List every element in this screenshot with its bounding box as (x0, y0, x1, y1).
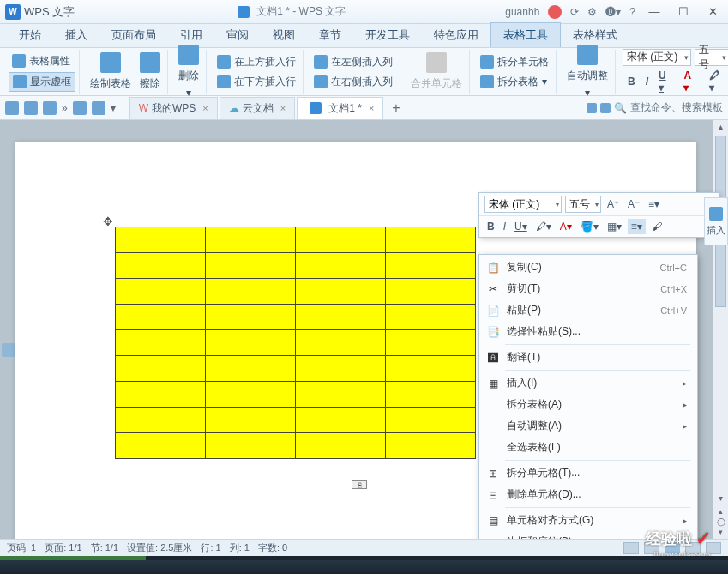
tab-feature[interactable]: 特色应用 (422, 23, 490, 47)
view-btn-1[interactable] (623, 542, 639, 554)
delete-button[interactable]: 删除▾ (175, 43, 202, 100)
ctx-copy[interactable]: 📋复制(C)Ctrl+C (479, 257, 697, 278)
search-label[interactable]: 查找命令、搜索模板 (630, 100, 723, 115)
minimize-button[interactable]: — (644, 4, 665, 20)
insert-above-button[interactable]: 在上方插入行 (214, 53, 299, 71)
undo-icon[interactable] (73, 101, 87, 115)
mini-grow-font[interactable]: A⁺ (605, 197, 622, 211)
mini-size-select[interactable]: 五号 (565, 196, 601, 213)
tab-dev[interactable]: 开发工具 (353, 23, 422, 47)
ctx-cut[interactable]: ✂剪切(T)Ctrl+X (479, 278, 697, 299)
status-chars[interactable]: 字数: 0 (258, 541, 287, 554)
qat-more[interactable]: » (62, 102, 68, 114)
show-grid-button[interactable]: 显示虚框 (9, 72, 75, 92)
italic-button[interactable]: I (644, 76, 650, 88)
tab-table-tools[interactable]: 表格工具 (490, 22, 561, 47)
draw-table-button[interactable]: 绘制表格 (87, 51, 135, 93)
ctx-paste[interactable]: 📄粘贴(P)Ctrl+V (479, 299, 697, 321)
close-button[interactable]: ✕ (702, 4, 723, 20)
mini-font-select[interactable]: 宋体 (正文) (484, 196, 562, 213)
highlight-button[interactable]: 🖍▾ (707, 69, 725, 94)
browse-object-icon[interactable]: ◯ (713, 517, 728, 528)
mini-format-painter[interactable]: 🖌 (649, 220, 665, 233)
autofit-button[interactable]: 自动调整▾ (563, 43, 611, 100)
mini-italic[interactable]: I (501, 220, 508, 233)
mini-highlight[interactable]: 🖍▾ (533, 220, 554, 233)
font-size-select[interactable]: 五号 (695, 49, 728, 66)
preview-icon[interactable] (43, 101, 57, 115)
user-avatar-icon[interactable] (548, 5, 562, 19)
user-name[interactable]: guanhh (505, 6, 539, 18)
ctx-split-table[interactable]: 拆分表格(A)▸ (479, 394, 697, 415)
maximize-button[interactable]: ☐ (673, 4, 694, 20)
ctx-paste-special[interactable]: 📑选择性粘贴(S)... (479, 321, 697, 342)
clipboard-icon[interactable] (2, 343, 15, 357)
tab-chapter[interactable]: 章节 (307, 23, 353, 47)
sync-icon[interactable]: ⟳ (570, 6, 579, 18)
bold-button[interactable]: B (626, 76, 637, 88)
app-logo: W (5, 4, 21, 20)
underline-button[interactable]: U ▾ (657, 69, 675, 94)
doc-tab-doc1[interactable]: 文档1 *× (297, 97, 383, 119)
document-table[interactable] (115, 227, 476, 459)
mini-alignment[interactable]: ≡▾ (628, 219, 646, 234)
add-tab-button[interactable]: + (385, 100, 406, 116)
table-move-handle[interactable]: ✥ (103, 214, 113, 228)
vertical-scrollbar[interactable]: ▴ ▾ ▴ ◯ ▾ (713, 120, 728, 540)
scroll-down-icon[interactable]: ▾ (713, 492, 728, 505)
mini-shrink-font[interactable]: A⁻ (625, 197, 642, 211)
close-tab-icon[interactable]: × (369, 103, 374, 113)
ctx-insert[interactable]: ▦插入(I)▸ (479, 372, 697, 394)
skin-icon[interactable]: 🅓▾ (605, 6, 621, 18)
ctx-select-table[interactable]: 全选表格(L) (479, 437, 697, 458)
panel-icon[interactable] (587, 103, 597, 113)
search-icon[interactable]: 🔍 (614, 102, 627, 114)
tab-layout[interactable]: 页面布局 (99, 23, 168, 47)
help-icon[interactable]: ? (629, 6, 635, 18)
ctx-autofit[interactable]: 自动调整(A)▸ (479, 415, 697, 437)
status-page-no[interactable]: 页码: 1 (7, 541, 36, 554)
table-props-button[interactable]: 表格属性 (9, 52, 75, 70)
mini-underline[interactable]: U▾ (512, 220, 530, 233)
mini-font-color[interactable]: A▾ (557, 220, 575, 233)
gear-icon[interactable]: ⚙ (587, 6, 597, 18)
status-page[interactable]: 页面: 1/1 (45, 541, 81, 554)
insert-left-button[interactable]: 在左侧插入列 (310, 53, 396, 71)
mini-align-icon[interactable]: ≡▾ (646, 197, 662, 211)
status-row[interactable]: 行: 1 (201, 541, 220, 554)
redo-icon[interactable] (92, 101, 105, 115)
ctx-delete-cell[interactable]: ⊟删除单元格(D)... (479, 484, 697, 505)
close-tab-icon[interactable]: × (280, 103, 286, 113)
status-section[interactable]: 节: 1/1 (91, 541, 118, 554)
mini-bold[interactable]: B (484, 220, 497, 233)
mini-fill[interactable]: 🪣▾ (578, 220, 601, 233)
eraser-button[interactable]: 擦除 (136, 51, 164, 93)
close-tab-icon[interactable]: × (202, 103, 208, 113)
split-cells-button[interactable]: 拆分单元格 (477, 53, 552, 71)
tab-insert[interactable]: 插入 (53, 23, 99, 47)
next-page-icon[interactable]: ▾ (713, 528, 728, 538)
split-table-button[interactable]: 拆分表格▾ (477, 73, 552, 91)
status-setting[interactable]: 设置值: 2.5厘米 (127, 541, 192, 554)
save-icon[interactable] (5, 101, 19, 115)
layout-icon[interactable] (600, 103, 611, 113)
table-anchor-icon[interactable]: ⎘ (352, 480, 367, 489)
doc-tab-cloud[interactable]: ☁云文档× (220, 97, 295, 119)
scroll-up-icon[interactable]: ▴ (713, 120, 728, 134)
ctx-split-cell[interactable]: ⊞拆分单元格(T)... (479, 462, 697, 484)
tab-review[interactable]: 审阅 (214, 23, 261, 47)
tab-view[interactable]: 视图 (261, 23, 307, 47)
font-color-button[interactable]: A ▾ (682, 69, 700, 94)
font-name-select[interactable]: 宋体 (正文) (623, 49, 691, 66)
status-col[interactable]: 列: 1 (230, 541, 250, 554)
doc-tab-mywps[interactable]: W我的WPS× (129, 97, 218, 119)
prev-page-icon[interactable]: ▴ (713, 507, 728, 517)
tab-start[interactable]: 开始 (7, 23, 53, 47)
menu-dropdown[interactable]: ▾ (111, 102, 116, 114)
mini-border[interactable]: ▦▾ (605, 220, 624, 233)
print-icon[interactable] (24, 101, 38, 115)
insert-right-button[interactable]: 在右侧插入列 (310, 73, 396, 91)
ctx-translate[interactable]: 🅰翻译(T) (479, 347, 697, 368)
side-insert-panel[interactable]: 插入 (704, 197, 728, 245)
insert-below-button[interactable]: 在下方插入行 (214, 73, 299, 91)
